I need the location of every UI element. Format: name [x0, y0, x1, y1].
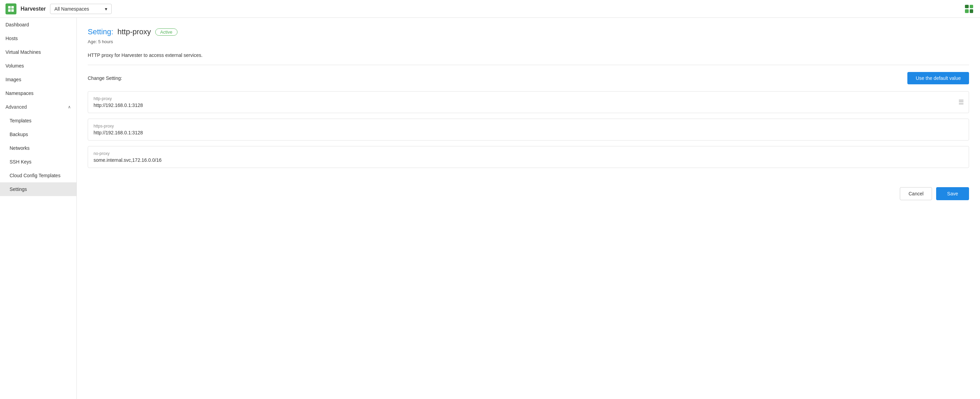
app-name: Harvester — [21, 6, 46, 12]
footer-actions: Cancel Save — [88, 179, 969, 200]
grid-cell-2 — [970, 5, 974, 9]
app-container: Harvester All Namespaces ▾ Dashboard Hos… — [0, 0, 980, 399]
grid-cell-4 — [970, 9, 974, 13]
field-label-https-proxy: https-proxy — [94, 124, 963, 129]
body: Dashboard Hosts Virtual Machines Volumes… — [0, 18, 980, 399]
age-value: 5 hours — [98, 39, 113, 44]
sidebar-item-images[interactable]: Images — [0, 73, 76, 86]
sidebar-item-hosts[interactable]: Hosts — [0, 32, 76, 45]
namespace-selector[interactable]: All Namespaces ▾ — [50, 4, 112, 14]
main-content: Setting: http-proxy Active Age: 5 hours … — [77, 18, 980, 399]
field-label-no-proxy: no-proxy — [94, 151, 963, 156]
topbar: Harvester All Namespaces ▾ — [0, 0, 980, 18]
sidebar-item-namespaces[interactable]: Namespaces — [0, 86, 76, 100]
sidebar-item-label: Cloud Config Templates — [10, 173, 60, 178]
app-logo — [5, 3, 16, 14]
sidebar-item-label: Settings — [10, 187, 27, 192]
sidebar-item-label: Dashboard — [5, 22, 29, 27]
sidebar-item-virtual-machines[interactable]: Virtual Machines — [0, 45, 76, 59]
sidebar-item-label: SSH Keys — [10, 159, 32, 164]
status-badge: Active — [155, 29, 178, 36]
list-icon: ☰ — [958, 98, 964, 106]
page-header: Setting: http-proxy Active — [88, 27, 969, 36]
save-button[interactable]: Save — [936, 187, 969, 200]
field-value-http-proxy: http://192.168.0.1:3128 — [94, 102, 963, 108]
sidebar-item-cloud-config-templates[interactable]: Cloud Config Templates — [0, 169, 76, 182]
chevron-up-icon: ∧ — [68, 105, 71, 109]
field-label-http-proxy: http-proxy — [94, 96, 963, 101]
sidebar-item-label: Namespaces — [5, 91, 33, 96]
sidebar-item-label: Networks — [10, 145, 29, 151]
age-prefix: Age: — [88, 39, 97, 44]
sidebar-item-dashboard[interactable]: Dashboard — [0, 18, 76, 32]
change-setting-label: Change Setting: — [88, 75, 122, 81]
sidebar-item-label: Images — [5, 77, 21, 82]
namespace-chevron: ▾ — [105, 6, 107, 12]
field-value-https-proxy: http://192.168.0.1:3128 — [94, 130, 963, 136]
sidebar-item-backups[interactable]: Backups — [0, 128, 76, 141]
sidebar-item-label: Volumes — [5, 63, 24, 69]
sidebar-item-label: Virtual Machines — [5, 49, 41, 55]
setting-name: http-proxy — [118, 27, 151, 36]
setting-label: Setting: — [88, 27, 113, 36]
topbar-left: Harvester All Namespaces ▾ — [5, 3, 112, 14]
sidebar-item-templates[interactable]: Templates — [0, 114, 76, 128]
namespace-label: All Namespaces — [54, 6, 89, 12]
field-http-proxy: http-proxy http://192.168.0.1:3128 ☰ — [88, 91, 969, 113]
sidebar-item-label: Hosts — [5, 36, 18, 41]
sidebar-item-advanced[interactable]: Advanced ∧ — [0, 100, 76, 114]
sidebar-item-label: Templates — [10, 118, 32, 123]
sidebar-item-label: Advanced — [5, 104, 27, 110]
page-title: Setting: http-proxy — [88, 27, 151, 36]
field-https-proxy: https-proxy http://192.168.0.1:3128 — [88, 119, 969, 140]
change-setting-row: Change Setting: Use the default value — [88, 72, 969, 84]
sidebar-item-settings[interactable]: Settings — [0, 182, 76, 196]
sidebar: Dashboard Hosts Virtual Machines Volumes… — [0, 18, 77, 399]
sidebar-item-label: Backups — [10, 132, 28, 137]
sidebar-item-ssh-keys[interactable]: SSH Keys — [0, 155, 76, 169]
use-default-button[interactable]: Use the default value — [907, 72, 969, 84]
cancel-button[interactable]: Cancel — [900, 187, 932, 200]
age-text: Age: 5 hours — [88, 39, 969, 44]
field-value-no-proxy: some.internal.svc,172.16.0.0/16 — [94, 157, 963, 163]
grid-cell-3 — [965, 9, 969, 13]
topbar-right — [964, 3, 975, 14]
sidebar-item-volumes[interactable]: Volumes — [0, 59, 76, 73]
grid-icon — [964, 3, 975, 14]
field-no-proxy: no-proxy some.internal.svc,172.16.0.0/16 — [88, 146, 969, 168]
grid-cell-1 — [965, 5, 969, 9]
sidebar-item-networks[interactable]: Networks — [0, 141, 76, 155]
description: HTTP proxy for Harvester to access exter… — [88, 53, 969, 65]
